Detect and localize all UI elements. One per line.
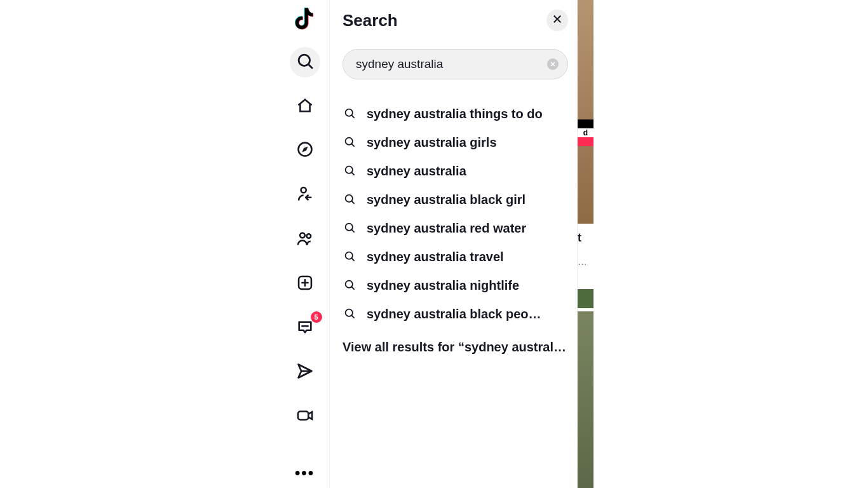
home-icon	[296, 97, 314, 117]
suggestion-text: sydney australia travel	[367, 250, 504, 264]
nav-upload[interactable]	[290, 269, 320, 299]
svg-point-5	[306, 234, 311, 238]
nav-live[interactable]	[290, 402, 320, 432]
search-icon	[344, 250, 355, 264]
search-icon	[344, 308, 355, 322]
inbox-icon	[296, 318, 314, 339]
svg-line-25	[352, 229, 354, 231]
search-panel: Search sydney australia things to dosydn…	[330, 0, 578, 488]
search-suggestion[interactable]: sydney australia things to do	[342, 100, 568, 128]
watermark-overlay: d	[578, 119, 593, 146]
video-caption-peek: t …	[578, 229, 593, 273]
search-icon	[344, 107, 355, 121]
send-icon	[296, 362, 314, 383]
activity-badge: 5	[311, 311, 322, 323]
search-icon	[344, 165, 355, 179]
suggestion-text: sydney australia black girl	[367, 193, 526, 207]
search-icon	[344, 222, 355, 236]
svg-line-21	[352, 172, 354, 174]
search-suggestion[interactable]: sydney australia girls	[342, 128, 568, 157]
nav-messages[interactable]	[290, 358, 320, 388]
compass-icon	[296, 140, 314, 161]
nav-explore[interactable]	[290, 136, 320, 166]
svg-line-27	[352, 258, 354, 260]
svg-point-4	[300, 233, 305, 238]
nav-friends[interactable]	[290, 224, 320, 255]
video-thumbnail[interactable]	[578, 311, 593, 488]
content-feed-peek: d t …	[578, 0, 593, 488]
nav-more[interactable]: •••	[290, 458, 320, 488]
close-icon	[552, 13, 563, 27]
friends-icon	[296, 229, 314, 250]
svg-line-19	[352, 144, 354, 146]
svg-point-3	[301, 187, 306, 193]
clear-search-button[interactable]	[547, 58, 559, 70]
suggestion-text: sydney australia red water	[367, 221, 526, 236]
search-icon	[296, 52, 314, 72]
nav-activity[interactable]: 5	[290, 313, 320, 344]
search-icon	[344, 136, 355, 150]
search-suggestion[interactable]: sydney australia	[342, 157, 568, 186]
view-all-results-link[interactable]: View all results for “sydney australi…	[342, 329, 568, 355]
plus-square-icon	[296, 274, 314, 294]
clear-icon	[550, 58, 556, 70]
search-suggestions: sydney australia things to dosydney aust…	[342, 100, 568, 329]
svg-rect-11	[297, 412, 308, 420]
search-suggestion[interactable]: sydney australia red water	[342, 214, 568, 243]
nav-following[interactable]	[290, 180, 320, 210]
suggestion-text: sydney australia nightlife	[367, 278, 519, 293]
suggestion-text: sydney australia black peo…	[367, 307, 541, 322]
search-suggestion[interactable]: sydney australia travel	[342, 243, 568, 271]
video-icon	[296, 407, 314, 427]
suggestion-text: sydney australia girls	[367, 135, 497, 150]
search-input[interactable]	[356, 57, 541, 71]
suggestion-text: sydney australia things to do	[367, 107, 543, 121]
suggestion-text: sydney australia	[367, 164, 466, 179]
search-panel-title: Search	[342, 11, 398, 30]
video-thumbnail[interactable]	[578, 0, 593, 224]
more-icon: •••	[295, 465, 315, 480]
search-icon	[344, 279, 355, 293]
person-arrow-icon	[296, 185, 314, 205]
search-suggestion[interactable]: sydney australia nightlife	[342, 271, 568, 300]
search-box	[342, 49, 568, 79]
svg-line-29	[352, 287, 354, 288]
sidebar: 5 •••	[280, 0, 330, 488]
nav-home[interactable]	[290, 92, 320, 122]
svg-line-17	[352, 115, 354, 117]
nav-search[interactable]	[290, 47, 320, 78]
close-search-button[interactable]	[546, 10, 568, 31]
search-icon	[344, 193, 355, 207]
search-suggestion[interactable]: sydney australia black girl	[342, 186, 568, 214]
tiktok-logo-icon[interactable]	[295, 6, 315, 29]
search-suggestion[interactable]: sydney australia black peo…	[342, 300, 568, 329]
video-thumbnail[interactable]	[578, 289, 593, 308]
svg-line-1	[308, 65, 311, 68]
empty-left-space	[0, 0, 280, 488]
svg-line-23	[352, 201, 354, 203]
svg-line-31	[352, 315, 354, 317]
